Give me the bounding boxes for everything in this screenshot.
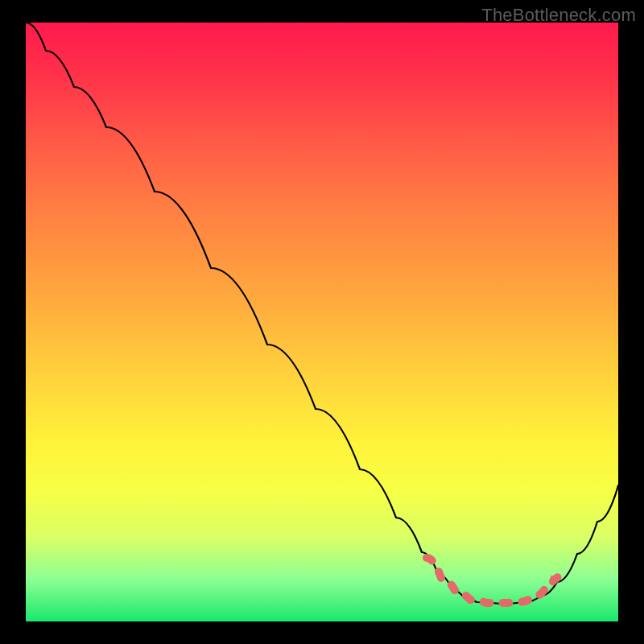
plot-area <box>26 23 618 621</box>
curve-layer <box>26 23 618 621</box>
chart-frame: TheBottleneck.com <box>0 0 644 644</box>
main-curve <box>26 23 618 604</box>
